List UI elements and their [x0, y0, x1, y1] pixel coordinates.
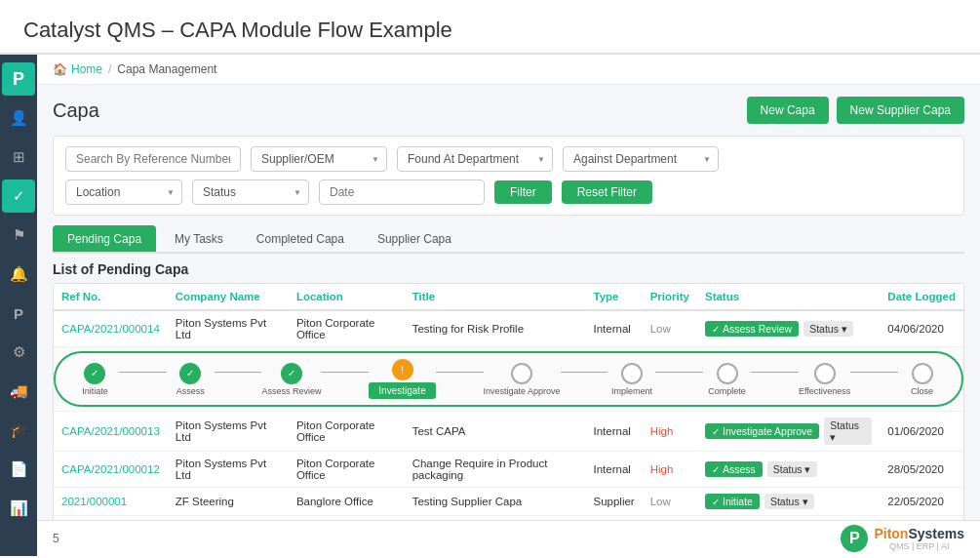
col-priority: Priority [643, 284, 697, 310]
status-badge: ✓ Initiate [705, 494, 760, 509]
table-row: CAPA/2021/000013 Piton Systems Pvt Ltd P… [54, 412, 963, 452]
sidebar-users-icon[interactable]: 👤 [2, 101, 35, 135]
wf-step-investigate: ! Investigate [369, 359, 435, 399]
status-dropdown[interactable]: Status ▾ [764, 494, 814, 509]
wf-step-effectiveness: Effectiveness [799, 363, 850, 396]
col-ref: Ref No. [54, 284, 168, 310]
badge-group: ✓ Investigate Approve Status ▾ [705, 418, 872, 445]
company-name: Piton Systems Pvt Ltd [168, 310, 289, 347]
wf-connector [215, 372, 262, 373]
wf-step-inv-approve: Investigate Approve [484, 363, 561, 396]
piton-brand: PitonSystems QMS | ERP | AI [874, 526, 964, 551]
breadcrumb: 🏠 Home / Capa Management [37, 55, 980, 85]
header-buttons: New Capa New Supplier Capa [747, 97, 964, 124]
status-dropdown[interactable]: Status ▾ [767, 461, 817, 477]
sidebar-p-icon[interactable]: P [2, 297, 35, 330]
type: Supplier [586, 488, 643, 516]
piton-logo: P PitonSystems QMS | ERP | AI [841, 525, 964, 552]
sidebar-bell-icon[interactable]: 🔔 [2, 258, 35, 291]
tab-completed-capa[interactable]: Completed Capa [242, 225, 359, 252]
home-icon: 🏠 [53, 62, 67, 76]
sidebar-tool-icon[interactable]: ⚙ [2, 336, 35, 369]
status-dropdown[interactable]: Status ▾ [804, 321, 853, 337]
workflow-row: ✓ Initiate ✓ Assess [54, 347, 963, 412]
wf-connector [751, 372, 799, 373]
priority: Low [643, 488, 697, 516]
sidebar: P 👤 ⊞ ✓ ⚑ 🔔 P ⚙ 🚚 🎓 📄 📊 [0, 55, 37, 556]
supplier-select[interactable]: Supplier/OEM [251, 146, 387, 172]
badge-group: ✓ Assess Review Status ▾ [705, 321, 872, 337]
new-supplier-capa-button[interactable]: New Supplier Capa [837, 97, 964, 124]
wf-circle-initiate: ✓ [84, 363, 105, 384]
sidebar-grid-icon[interactable]: ⊞ [2, 140, 35, 174]
title: Test CAPA [405, 412, 586, 452]
location: Piton Corporate Office [289, 310, 405, 347]
against-select[interactable]: Against Department [563, 146, 719, 172]
sidebar-logo-icon[interactable]: P [2, 62, 35, 96]
new-capa-button[interactable]: New Capa [747, 97, 829, 124]
col-status: Status [697, 284, 880, 310]
wf-label-close: Close [911, 386, 933, 396]
badge-group: ✓ Assess Status ▾ [705, 461, 872, 477]
location-select-wrapper: Location [65, 179, 182, 205]
tab-supplier-capa[interactable]: Supplier Capa [363, 225, 466, 252]
status-badge: ✓ Assess [705, 461, 763, 477]
wf-circle-complete [717, 363, 738, 384]
status-dropdown[interactable]: Status ▾ [824, 418, 872, 445]
sidebar-flag-icon[interactable]: ⚑ [2, 219, 35, 252]
reset-filter-button[interactable]: Reset Filter [562, 180, 652, 204]
page-header: Capa New Capa New Supplier Capa [53, 97, 964, 124]
status-cell: ✓ Assess Status ▾ [697, 452, 880, 488]
wf-connector [321, 372, 369, 373]
status-select[interactable]: Status [192, 179, 309, 205]
table-row: CAPA/2021/000014 Piton Systems Pvt Ltd P… [54, 310, 963, 347]
title: Testing Supplier Capa [405, 488, 586, 516]
investigate-button[interactable]: Investigate [369, 382, 435, 399]
filter-button[interactable]: Filter [494, 180, 552, 204]
breadcrumb-home[interactable]: 🏠 Home [53, 62, 102, 76]
date-logged: 22/05/2020 [880, 488, 963, 516]
wf-label-initiate: Initiate [82, 386, 108, 396]
wf-label-investigate: Investigate [369, 382, 435, 399]
ref-no: CAPA/2021/000012 [54, 452, 168, 488]
sidebar-doc-icon[interactable]: 📄 [2, 453, 35, 486]
workflow-steps: ✓ Initiate ✓ Assess [54, 351, 963, 407]
date-logged: 01/06/2020 [880, 412, 963, 452]
wf-circle-close [912, 363, 933, 384]
tab-my-tasks[interactable]: My Tasks [160, 225, 238, 252]
tab-pending-capa[interactable]: Pending Capa [53, 225, 156, 252]
slide-title: Catalyst QMS – CAPA Module Flow Example [0, 0, 980, 55]
page-content: Capa New Capa New Supplier Capa Supplier… [37, 85, 980, 520]
wf-connector [436, 372, 484, 373]
priority: High [643, 412, 697, 452]
list-title: List of Pending Capa [53, 261, 964, 277]
filter-row-2: Location Status Filter Reset Filter [65, 179, 952, 205]
piton-p-icon: P [841, 525, 868, 552]
found-at-select[interactable]: Found At Department [397, 146, 553, 172]
wf-label-complete: Complete [708, 386, 746, 396]
wf-step-implement: Implement [608, 363, 655, 396]
location-select[interactable]: Location [65, 179, 182, 205]
piton-text: PitonSystems [874, 526, 964, 541]
search-input[interactable] [65, 146, 241, 172]
priority: Low [643, 310, 697, 347]
check-icon: ✓ [712, 464, 720, 475]
wf-connector [850, 372, 898, 373]
wf-step-assess-review: ✓ Assess Review [261, 363, 321, 396]
sidebar-truck-icon[interactable]: 🚚 [2, 375, 35, 408]
sidebar-hat-icon[interactable]: 🎓 [2, 414, 35, 447]
status-select-wrapper: Status [192, 179, 309, 205]
wf-connector [119, 372, 167, 373]
sidebar-check-icon[interactable]: ✓ [2, 179, 35, 213]
date-input[interactable] [319, 179, 485, 205]
badge-group: ✓ Initiate Status ▾ [705, 494, 872, 509]
date-logged: 28/05/2020 [880, 452, 963, 488]
workflow-cell: ✓ Initiate ✓ Assess [54, 347, 963, 412]
ref-no: 2021/000001 [54, 488, 168, 516]
wf-step-initiate: ✓ Initiate [71, 363, 119, 396]
wf-step-complete: Complete [703, 363, 751, 396]
wf-circle-implement [621, 363, 643, 384]
wf-label-assess-review: Assess Review [261, 386, 321, 396]
sidebar-chart-icon[interactable]: 📊 [2, 492, 35, 525]
wf-label-inv-approve: Investigate Approve [484, 386, 561, 396]
